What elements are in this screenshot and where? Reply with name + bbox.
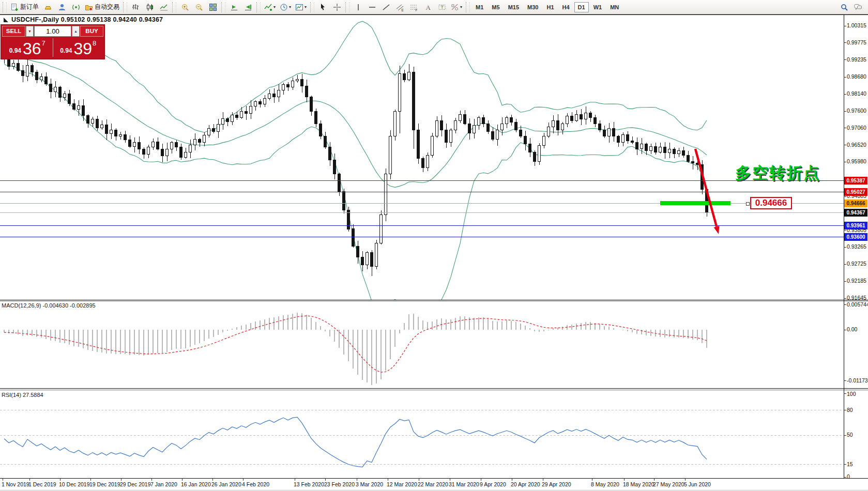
support-zone-bar[interactable] bbox=[660, 201, 730, 205]
rsi-line bbox=[4, 417, 707, 467]
price-axis-tick: 0.91645 bbox=[847, 295, 866, 301]
chat-button[interactable] bbox=[851, 1, 864, 13]
sell-price[interactable]: 0.94 36 7 bbox=[2, 37, 53, 58]
sell-price-big: 36 bbox=[23, 42, 41, 56]
zoom-in-icon bbox=[181, 3, 189, 11]
volume-input[interactable] bbox=[34, 26, 71, 37]
symbol-header: USDCHF-,Daily 0.95102 0.95138 0.94240 0.… bbox=[3, 16, 163, 23]
timeframe-w1-button[interactable]: W1 bbox=[590, 2, 606, 12]
macd-axis-tick: -0.011738 bbox=[847, 377, 868, 383]
channel-icon: E bbox=[396, 3, 404, 11]
price-axis-tick: 0.95980 bbox=[847, 158, 866, 164]
candlestick-chart-button[interactable] bbox=[143, 1, 156, 13]
price-axis-tick: 0.92185 bbox=[847, 278, 866, 284]
gold-button[interactable] bbox=[41, 1, 54, 13]
down-arrow-object[interactable] bbox=[695, 149, 719, 234]
trendline-button[interactable] bbox=[379, 1, 392, 13]
clock-icon bbox=[280, 3, 288, 11]
community-button[interactable] bbox=[55, 1, 68, 13]
price-level-label[interactable]: 0.94666 bbox=[750, 197, 792, 209]
macd-axis-tick: 0.00 bbox=[847, 326, 857, 332]
macd-axis-tick: 0.005744 bbox=[847, 301, 868, 308]
timeframe-m15-button[interactable]: M15 bbox=[505, 2, 523, 12]
price-line-tag: 0.94666 bbox=[844, 200, 867, 207]
signals-button[interactable] bbox=[69, 1, 82, 13]
periods-button[interactable]: ▾ bbox=[278, 1, 293, 13]
rsi-axis-tick: 15 bbox=[847, 461, 853, 467]
vertical-line-button[interactable] bbox=[352, 1, 364, 13]
date-label: 7 Jan 2020 bbox=[150, 481, 177, 487]
text-label-button[interactable]: T bbox=[435, 1, 448, 13]
auto-scroll-icon bbox=[230, 3, 238, 11]
label-icon: T bbox=[438, 3, 446, 11]
tile-windows-button[interactable] bbox=[206, 1, 219, 13]
price-line-tag: 0.93961 bbox=[844, 222, 867, 229]
zoom-in-button[interactable] bbox=[178, 1, 191, 13]
toolbar-grip bbox=[256, 2, 261, 12]
price-axis-tick: 0.96520 bbox=[847, 142, 866, 148]
templates-button[interactable]: ▾ bbox=[294, 1, 308, 13]
date-label: 4 Feb 2020 bbox=[242, 481, 269, 487]
new-order-button[interactable]: 新订单 bbox=[9, 1, 40, 13]
autotrade-button[interactable]: 自动交易 bbox=[83, 1, 121, 13]
buy-price[interactable]: 0.94 39 8 bbox=[53, 37, 104, 58]
hline-icon bbox=[368, 3, 376, 11]
channel-button[interactable]: E bbox=[393, 1, 406, 13]
volume-decrease-button[interactable]: ▼ bbox=[26, 26, 34, 37]
trade-panel-prices: 0.94 36 7 0.94 39 8 bbox=[2, 37, 103, 58]
timeframe-h4-button[interactable]: H4 bbox=[559, 2, 573, 12]
macd-signal-line bbox=[4, 316, 707, 372]
buy-button[interactable]: BUY bbox=[80, 26, 103, 37]
date-label: 12 Mar 2020 bbox=[387, 481, 417, 487]
toolbar-grip bbox=[310, 2, 314, 12]
chart-shift-button[interactable] bbox=[241, 1, 254, 13]
timeframe-mn-button[interactable]: MN bbox=[606, 2, 622, 12]
one-click-trading-panel: SELL ▼ ▲ BUY 0.94 36 7 0.94 39 8 bbox=[1, 24, 105, 59]
search-button[interactable] bbox=[837, 1, 850, 13]
indicators-button[interactable]: ▾ bbox=[263, 1, 277, 13]
date-label: 20 Apr 2020 bbox=[511, 481, 540, 487]
auto-scroll-button[interactable] bbox=[227, 1, 240, 13]
date-label: 8 May 2020 bbox=[591, 481, 619, 487]
buy-price-big: 39 bbox=[74, 42, 93, 56]
triangle-down-icon: ▼ bbox=[28, 29, 32, 33]
date-label: 10 Dec 2019 bbox=[59, 481, 90, 487]
community-icon bbox=[58, 3, 66, 11]
timeframe-m5-button[interactable]: M5 bbox=[488, 2, 503, 12]
volume-increase-button[interactable]: ▲ bbox=[72, 26, 80, 37]
chevron-down-icon: ▾ bbox=[273, 5, 276, 9]
crosshair-button[interactable] bbox=[330, 1, 343, 13]
date-label: 27 May 2020 bbox=[653, 481, 684, 487]
price-axis-tick: 0.97060 bbox=[847, 125, 866, 131]
timeframe-h1-button[interactable]: H1 bbox=[543, 2, 557, 12]
template-icon bbox=[295, 3, 303, 11]
timeframe-d1-button[interactable]: D1 bbox=[574, 2, 589, 12]
horizontal-line-button[interactable] bbox=[366, 1, 378, 13]
fibonacci-button[interactable]: F bbox=[407, 1, 420, 13]
rsi-axis-tick: 50 bbox=[847, 432, 853, 438]
gold-icon bbox=[44, 3, 52, 11]
autotrade-icon bbox=[85, 3, 93, 11]
text-icon: A bbox=[424, 3, 432, 11]
bar-chart-icon bbox=[132, 3, 140, 11]
toolbar-grip bbox=[466, 2, 470, 12]
candlestick-icon bbox=[146, 3, 154, 11]
symbol-marker-icon bbox=[3, 17, 9, 23]
timeframe-m1-button[interactable]: M1 bbox=[472, 2, 487, 12]
chart-shift-icon bbox=[244, 3, 252, 11]
timeframe-m30-button[interactable]: M30 bbox=[524, 2, 542, 12]
chevron-down-icon: ▾ bbox=[304, 5, 307, 9]
shapes-button[interactable]: ▾ bbox=[449, 1, 464, 13]
crosshair-icon bbox=[333, 3, 341, 11]
date-label: 29 Dec 2019 bbox=[120, 481, 151, 487]
cursor-button[interactable] bbox=[316, 1, 329, 13]
sell-button[interactable]: SELL bbox=[2, 26, 25, 37]
chart-canvas[interactable] bbox=[0, 0, 868, 491]
zoom-out-button[interactable] bbox=[192, 1, 205, 13]
line-chart-button[interactable] bbox=[157, 1, 170, 13]
turning-point-annotation[interactable]: 多空转折点 bbox=[735, 162, 820, 184]
text-button[interactable]: A bbox=[421, 1, 434, 13]
new-order-button-label: 新订单 bbox=[20, 3, 39, 11]
bar-chart-button[interactable] bbox=[129, 1, 142, 13]
date-label: 29 Apr 2020 bbox=[542, 481, 571, 487]
